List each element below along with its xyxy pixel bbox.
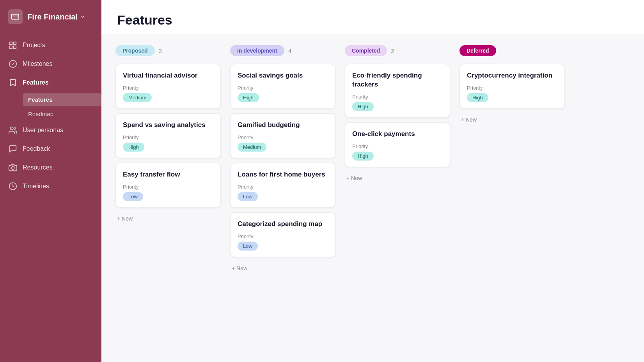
card-title: Social savings goals (238, 71, 328, 80)
camera-icon (9, 163, 17, 172)
sidebar-item-projects-label: Projects (23, 42, 45, 49)
sidebar-sub-item-roadmap[interactable]: Roadmap (23, 107, 101, 121)
new-button-deferred[interactable]: + New (459, 113, 565, 126)
priority-badge: High (352, 152, 374, 161)
priority-badge: High (123, 143, 144, 152)
card-title: Eco-friendly spending trackers (352, 71, 443, 89)
sidebar-item-timelines[interactable]: Timelines (0, 177, 101, 196)
card-title: Virtual financial advisor (123, 71, 213, 80)
svg-rect-2 (10, 42, 12, 44)
sidebar-sub-item-features[interactable]: Features (23, 93, 101, 106)
app-logo (8, 9, 23, 24)
priority-badge: Low (238, 242, 258, 251)
sidebar-item-user-personas-label: User personas (23, 127, 63, 134)
card-title: Gamified budgeting (238, 121, 328, 130)
card-completed-1[interactable]: One-click paymentsPriorityHigh (345, 122, 450, 167)
column-proposed: Proposed3Virtual financial advisorPriori… (115, 45, 221, 225)
column-count-completed: 2 (391, 48, 394, 54)
svg-rect-5 (14, 46, 16, 48)
new-button-completed[interactable]: + New (345, 172, 450, 184)
column-header-deferred: Deferred (459, 45, 565, 56)
column-completed: Completed2Eco-friendly spending trackers… (345, 45, 450, 184)
card-in-development-1[interactable]: Gamified budgetingPriorityMedium (230, 113, 335, 158)
svg-point-7 (11, 127, 13, 130)
card-title: Loans for first home buyers (238, 170, 328, 179)
column-badge-deferred[interactable]: Deferred (459, 45, 496, 56)
sidebar-item-features-label: Features (23, 79, 49, 86)
priority-label: Priority (238, 134, 328, 140)
priority-badge: Medium (238, 143, 266, 152)
column-header-proposed: Proposed3 (115, 45, 221, 56)
card-in-development-2[interactable]: Loans for first home buyersPriorityLow (230, 163, 335, 208)
priority-badge: Low (238, 192, 258, 201)
svg-point-8 (11, 166, 14, 169)
priority-badge: Medium (123, 93, 152, 102)
sidebar-item-projects[interactable]: Projects (0, 36, 101, 55)
card-title: Easy transfer flow (123, 170, 213, 179)
column-in-development: In development4Social savings goalsPrior… (230, 45, 335, 274)
bookmark-icon (9, 78, 17, 87)
priority-badge: High (467, 93, 488, 102)
clock-icon (9, 182, 17, 191)
card-title: Cryptocurrency integration (467, 71, 557, 80)
sidebar-item-milestones[interactable]: Milestones (0, 55, 101, 73)
column-count-proposed: 3 (159, 48, 162, 54)
priority-label: Priority (238, 233, 328, 239)
card-proposed-2[interactable]: Easy transfer flowPriorityLow (115, 163, 221, 208)
priority-label: Priority (123, 134, 213, 140)
card-deferred-0[interactable]: Cryptocurrency integrationPriorityHigh (459, 64, 565, 109)
sidebar-header: Fire Financial (0, 0, 101, 32)
priority-label: Priority (467, 85, 557, 91)
card-proposed-0[interactable]: Virtual financial advisorPriorityMedium (115, 64, 221, 109)
page-header: Features (101, 0, 644, 34)
priority-label: Priority (352, 143, 443, 149)
sidebar-nav: Projects Milestones Features Features Ro… (0, 32, 101, 362)
column-badge-proposed[interactable]: Proposed (115, 45, 155, 56)
new-button-in-development[interactable]: + New (230, 262, 335, 274)
page-title: Features (117, 12, 628, 28)
priority-label: Priority (123, 184, 213, 190)
column-header-in-development: In development4 (230, 45, 335, 56)
message-circle-icon (9, 145, 17, 153)
priority-label: Priority (238, 184, 328, 190)
column-badge-in-development[interactable]: In development (230, 45, 284, 56)
new-button-proposed[interactable]: + New (115, 212, 221, 225)
sidebar-item-user-personas[interactable]: User personas (0, 121, 101, 140)
card-title: Categorized spending map (238, 220, 328, 229)
svg-rect-3 (14, 42, 16, 44)
priority-badge: Low (123, 192, 143, 201)
column-count-in-development: 4 (288, 48, 291, 54)
sidebar-item-resources-label: Resources (23, 164, 52, 171)
svg-rect-4 (10, 46, 12, 48)
sidebar: Fire Financial Projects Milestones Featu… (0, 0, 101, 362)
kanban-board: Proposed3Virtual financial advisorPriori… (101, 34, 644, 362)
priority-label: Priority (238, 85, 328, 91)
card-in-development-0[interactable]: Social savings goalsPriorityHigh (230, 64, 335, 109)
card-title: One-click payments (352, 130, 443, 139)
column-deferred: DeferredCryptocurrency integrationPriori… (459, 45, 565, 126)
priority-badge: High (238, 93, 259, 102)
main-content: Features Proposed3Virtual financial advi… (101, 0, 644, 362)
card-completed-0[interactable]: Eco-friendly spending trackersPriorityHi… (345, 64, 450, 118)
sidebar-sub-features: Features Roadmap (0, 93, 101, 121)
grid-icon (9, 41, 17, 49)
sidebar-item-feedback[interactable]: Feedback (0, 140, 101, 158)
users-icon (9, 126, 17, 134)
app-name: Fire Financial (27, 12, 85, 21)
priority-badge: High (352, 102, 374, 111)
sidebar-item-resources[interactable]: Resources (0, 158, 101, 177)
sidebar-item-milestones-label: Milestones (23, 60, 52, 67)
column-badge-completed[interactable]: Completed (345, 45, 387, 56)
svg-rect-0 (12, 14, 19, 19)
priority-label: Priority (123, 85, 213, 91)
priority-label: Priority (352, 94, 443, 100)
card-in-development-3[interactable]: Categorized spending mapPriorityLow (230, 212, 335, 257)
card-proposed-1[interactable]: Spend vs saving analyticsPriorityHigh (115, 113, 221, 158)
check-circle-icon (9, 60, 17, 68)
sidebar-item-feedback-label: Feedback (23, 145, 50, 152)
card-title: Spend vs saving analytics (123, 121, 213, 130)
sidebar-item-features[interactable]: Features (0, 73, 101, 92)
column-header-completed: Completed2 (345, 45, 450, 56)
sidebar-item-timelines-label: Timelines (23, 183, 49, 190)
